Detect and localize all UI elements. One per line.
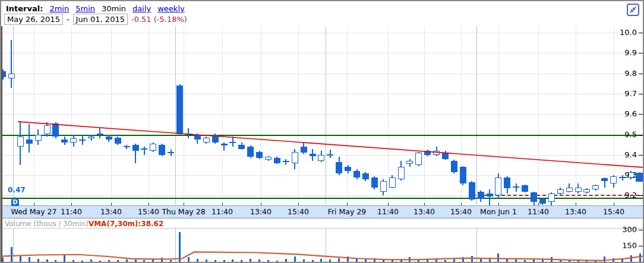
vma-value-label: VMA(7,30m):38.62 [89,220,163,228]
volume-bar [418,260,419,262]
candle-up [150,144,156,151]
vma-line [1,252,644,260]
candle-up [17,137,24,147]
volume-bar [533,259,535,262]
time-gridline [424,26,425,205]
candle-down [353,171,360,177]
volume-bar [276,261,278,262]
volume-axis-tick [639,230,643,230]
volume-bar [241,260,242,262]
candle-up [380,181,387,191]
candle-down [176,85,183,134]
candle-doji [141,148,147,150]
volume-bar [453,259,455,262]
candle-doji [79,140,86,141]
date-axis-label: 11:40 [211,206,233,217]
volume-bar [471,256,473,262]
date-axis-tick [71,203,72,205]
candle-up [575,188,582,192]
volume-bar [329,259,331,262]
date-axis-label: 13:40 [250,206,272,217]
volume-axis-tick [639,246,643,246]
time-gridline [34,26,34,205]
time-gridline [538,26,539,205]
candle-down [362,173,369,179]
candle-up [265,157,272,160]
candle-down [522,185,528,191]
candle-down [469,182,475,199]
candle-up [318,155,324,161]
candle-up [44,125,50,134]
candle-up [8,74,15,79]
price-axis-tick [639,114,643,115]
date-axis-tick [298,203,299,205]
volume-bar [560,259,561,262]
date-axis-tick [347,203,348,205]
chart-area: 10.09.99.89.79.69.59.49.39.2Wed May 2711… [1,1,643,262]
volume-bar [524,260,526,262]
last-price-tag [636,173,644,182]
volume-bar [551,257,553,262]
price-axis-label: 9.2 [606,191,637,199]
volume-bar [400,260,402,262]
volume-bar [37,259,39,262]
volume-bar [170,260,172,262]
date-axis-label: 15:40 [603,206,624,217]
candle-down [159,145,165,155]
candle-down [132,145,139,151]
candle-doji [327,154,333,156]
candle-up [433,151,440,155]
volume-bar [250,259,251,262]
time-gridline [261,26,261,205]
candle-up [557,189,564,194]
volume-bar [613,258,614,262]
volume-bar [11,247,12,262]
volume-bar [312,260,314,262]
volume-axis-label: 150 [606,242,637,250]
candle-up [406,161,413,164]
candle-down [238,145,245,149]
candle-doji [97,134,103,135]
date-axis-label: 15:40 [288,206,309,217]
candle-down [478,192,484,199]
candle-doji [168,152,174,153]
price-axis-tick [639,33,643,33]
day-boundary-gridline [476,26,477,205]
candle-down [194,135,201,140]
date-axis-label: 13:40 [100,206,122,217]
volume-bar [409,257,411,262]
volume-title: Volume (thous / 30min) [5,220,89,228]
candle-doji [229,142,236,143]
volume-bar [586,261,588,262]
volume-bar [152,259,154,262]
price-axis-label: 9.4 [606,151,637,159]
date-axis-label: 13:40 [565,206,586,217]
date-axis-label: Fri May 29 [328,206,367,217]
dividend-amount: 0.47 [8,186,26,194]
volume-bar [515,259,517,262]
volume-bar [223,260,225,262]
day-boundary-gridline [326,26,326,205]
time-gridline [184,26,184,205]
candle-wick [11,40,12,88]
plot-left-border [1,26,2,262]
volume-bar [64,255,65,262]
date-axis-tick [424,203,425,205]
volume-bar [427,259,428,262]
candle-down [115,138,121,144]
date-axis-tick [261,203,261,205]
date-axis-label: 11:40 [528,206,549,217]
volume-axis-label: 300 [606,226,637,234]
date-axis-tick [34,203,34,205]
volume-bar [108,260,110,262]
time-gridline [347,26,348,205]
time-gridline [149,26,149,205]
candle-down [274,158,280,163]
candle-down [61,140,68,142]
candle-down [371,178,378,188]
volume-bar [489,259,491,262]
volume-bar [356,259,358,262]
candle-up [70,138,77,142]
volume-bar [206,259,207,262]
price-axis-tick [639,94,643,94]
